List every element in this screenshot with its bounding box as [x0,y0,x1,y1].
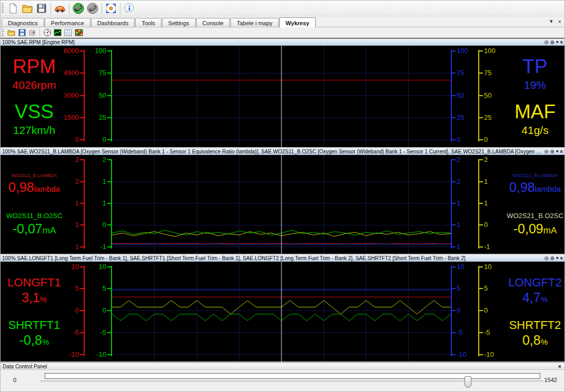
axis-tick [479,310,483,311]
tab-diagnostics[interactable]: Diagnostics [2,18,44,27]
save-small-icon [18,29,26,36]
panel-body: WO2S11_B.LAMBDA 0,98lambda WO2S11_B.O2SC… [1,155,564,254]
axis-tick-label: 50 [457,91,464,99]
panel-title: 100% SAE.WO2S11_B.LAMBDA [Oxygen Sensor … [2,149,542,154]
save-button[interactable] [35,2,48,15]
axis-shrtft1: 1050-5-10 [85,262,112,362]
data-control-close-icon[interactable]: × [558,363,561,369]
zoom-out-icon[interactable]: ⊖ [544,255,548,261]
save-icon [36,3,47,14]
center-view-button[interactable] [104,2,118,15]
axis-tick-label: 2 [457,156,460,163]
panel-header[interactable]: 100% SAE.LONGFT1 [Long Term Fuel Trim - … [1,255,564,262]
panel-controls: ⊖⊕■× [542,149,563,154]
axis-tick [107,139,111,140]
tab-dashboards[interactable]: Dashboards [91,18,135,27]
open-button[interactable] [21,2,34,15]
connect-button[interactable] [72,2,85,15]
axis-tick [452,139,456,140]
axis-tick [80,203,84,204]
zoom-out-icon[interactable]: ⊖ [544,149,548,154]
panel-header[interactable]: 100% SAE.WO2S11_B.LAMBDA [Oxygen Sensor … [1,148,564,155]
axis-tick-label: 50 [99,91,106,99]
close-icon[interactable]: × [560,149,563,154]
axis-tick-label: 5 [484,284,488,292]
axis-tick-label: 0 [103,221,106,229]
vehicle-button[interactable] [53,2,67,15]
toolbar-grip[interactable] [2,3,4,14]
axis-tick-label: 1 [75,243,79,251]
pan-icon[interactable]: ⊕ [550,255,554,261]
param-label: RPM [1,57,68,77]
gauge-button[interactable] [42,28,52,37]
export-button[interactable] [27,28,37,37]
axis-tick-label: 0 [484,136,488,143]
axis-tick [80,266,84,267]
map-table-button[interactable] [74,28,84,37]
new-file-button[interactable] [6,2,20,15]
tabbar-close-icon[interactable]: × [558,18,561,25]
connect-icon [72,2,85,15]
pan-icon[interactable]: ⊕ [550,39,554,45]
right-values: WO2S21_B.LAMBDA 0,98lambda WO2S21_B.O2SC… [506,155,564,254]
axis-vss: 1007550250 [85,46,112,147]
axis-tick [479,73,483,74]
close-icon[interactable]: × [560,255,563,261]
tab-tabele-i-mapy[interactable]: Tabele i mapy [230,18,279,27]
toolbar-separator [39,29,40,36]
param-label: WO2S21_B.O2SC [506,212,564,220]
axis-tick-label: 0 [75,306,79,314]
plot-area[interactable] [112,262,451,362]
tab-console[interactable]: Console [196,18,230,27]
axis-tick-label: 1 [75,199,79,207]
tab-tools[interactable]: Tools [135,18,162,27]
disconnect-button[interactable] [86,2,99,15]
table-button[interactable] [63,28,73,37]
main-toolbar [1,1,564,16]
data-control-body: 0 1542 [1,370,564,391]
tab-overflow-icon[interactable]: ▾ [550,18,553,25]
pan-icon[interactable]: ⊕ [550,149,554,154]
chart-toolbar [1,27,564,38]
stop-icon[interactable]: ■ [556,149,558,153]
slider-thumb[interactable] [465,376,471,388]
axis-tick [479,181,483,182]
tab-wykresy[interactable]: Wykresy [279,17,316,27]
axis-tick [479,266,483,267]
app-info-button[interactable] [123,2,136,15]
axis-tick [107,354,111,355]
axis-tick-label: 75 [99,69,106,77]
left-values: WO2S11_B.LAMBDA 0,98lambda WO2S11_B.O2SC… [1,155,68,254]
panel-header[interactable]: 100% SAE.RPM [Engine RPM] ⊖⊕■× [1,39,564,46]
axis-tick-label: -5 [484,328,490,336]
zoom-out-icon[interactable]: ⊖ [544,39,548,45]
axis-tick-label: 6000 [64,47,79,55]
axis-tick [107,159,111,160]
stop-icon[interactable]: ■ [556,40,558,44]
close-icon[interactable]: × [560,39,563,45]
graph-button[interactable] [53,28,63,37]
axis-tick-label: 50 [484,91,491,99]
axis-tick-label: -1 [484,243,490,251]
axis-tick-label: 0 [103,136,106,143]
tab-performance[interactable]: Performance [45,18,90,27]
axis-tick-label: 5 [103,284,106,292]
axis-tick-label: 1 [103,178,106,185]
toolbar-separator [120,3,120,14]
save-small-button[interactable] [17,28,27,37]
toolbar-grip[interactable] [2,29,4,36]
axis-tick-label: 2 [484,156,488,163]
stop-icon[interactable]: ■ [556,256,558,260]
plot-area[interactable] [112,155,451,254]
tab-settings[interactable]: Settings [162,18,196,27]
axis-tick-label: 10 [484,263,491,271]
axis-tick [80,288,84,289]
param-value: 0,98lambda [1,180,68,194]
param-label: VSS [1,102,68,122]
open-small-button[interactable] [6,28,16,37]
plot-area[interactable] [112,46,451,147]
axis-tick-label: 0 [457,306,460,314]
axis-tick [107,310,111,311]
param-label: WO2S11_B.LAMBDA [1,173,68,178]
axis-rpm: 60004500300015000 [68,46,85,147]
